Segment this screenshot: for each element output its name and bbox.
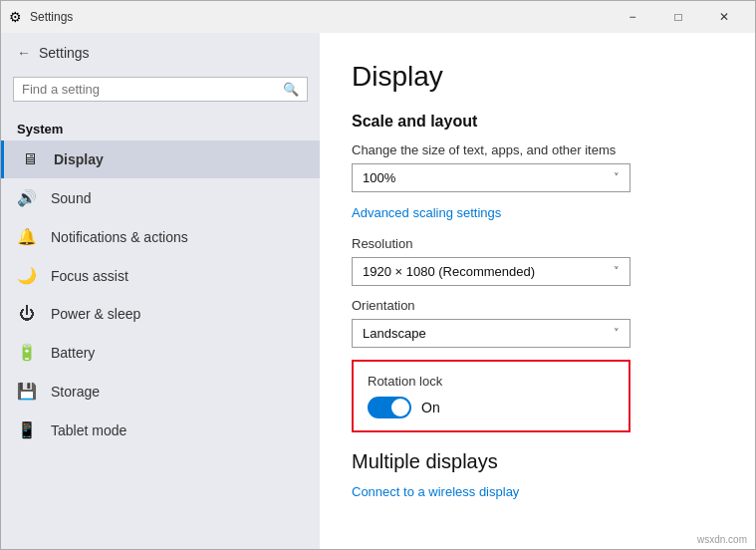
scale-dropdown-arrow: ˅: [614, 171, 620, 184]
scale-dropdown[interactable]: 100% ˅: [352, 163, 630, 192]
orientation-dropdown[interactable]: Landscape ˅: [352, 319, 630, 348]
sidebar-item-battery[interactable]: 🔋 Battery: [1, 333, 320, 372]
search-box[interactable]: 🔍: [13, 77, 308, 102]
sidebar-item-sound-label: Sound: [51, 190, 91, 206]
maximize-button[interactable]: □: [655, 1, 701, 33]
resolution-value: 1920 × 1080 (Recommended): [363, 264, 535, 279]
rotation-lock-toggle[interactable]: [368, 397, 411, 418]
titlebar: ⚙ Settings − □ ✕: [1, 1, 755, 33]
power-icon: ⏻: [17, 305, 37, 323]
settings-icon: ⚙: [9, 9, 22, 25]
sidebar-item-tablet[interactable]: 📱 Tablet mode: [1, 411, 320, 449]
advanced-scaling-link[interactable]: Advanced scaling settings: [352, 205, 501, 220]
close-button[interactable]: ✕: [701, 1, 747, 33]
back-arrow-icon: ←: [17, 45, 31, 61]
search-input[interactable]: [22, 82, 277, 97]
multiple-displays-title: Multiple displays: [352, 450, 723, 473]
resolution-dropdown-arrow: ˅: [614, 265, 620, 278]
orientation-dropdown-arrow: ˅: [614, 327, 620, 340]
sound-icon: 🔊: [17, 188, 37, 207]
titlebar-left: ⚙ Settings: [9, 9, 73, 25]
scale-section-title: Scale and layout: [352, 113, 723, 131]
resolution-label: Resolution: [352, 236, 723, 251]
toggle-knob: [391, 399, 409, 416]
sidebar-item-storage-label: Storage: [51, 384, 100, 400]
page-title: Display: [352, 61, 723, 93]
notifications-icon: 🔔: [17, 227, 37, 246]
search-icon: 🔍: [283, 82, 299, 97]
sidebar-item-focus-label: Focus assist: [51, 268, 128, 284]
rotation-lock-title: Rotation lock: [368, 374, 615, 389]
back-button[interactable]: ← Settings: [1, 33, 320, 73]
tablet-icon: 📱: [17, 420, 37, 439]
display-icon: 🖥: [20, 150, 40, 168]
watermark: wsxdn.com: [697, 534, 747, 545]
sidebar-item-power[interactable]: ⏻ Power & sleep: [1, 295, 320, 333]
wireless-display-link[interactable]: Connect to a wireless display: [352, 484, 519, 499]
battery-icon: 🔋: [17, 343, 37, 362]
storage-icon: 💾: [17, 382, 37, 401]
orientation-label: Orientation: [352, 298, 723, 313]
sidebar: ← Settings 🔍 System 🖥 Display 🔊 Sound 🔔 …: [1, 33, 320, 549]
sidebar-item-display[interactable]: 🖥 Display: [1, 140, 320, 178]
resolution-dropdown[interactable]: 1920 × 1080 (Recommended) ˅: [352, 257, 630, 286]
orientation-value: Landscape: [363, 326, 426, 341]
sidebar-item-display-label: Display: [54, 151, 104, 167]
scale-value: 100%: [363, 170, 395, 185]
sidebar-item-sound[interactable]: 🔊 Sound: [1, 178, 320, 217]
minimize-button[interactable]: −: [610, 1, 655, 33]
sidebar-item-storage[interactable]: 💾 Storage: [1, 372, 320, 411]
rotation-lock-box: Rotation lock On: [352, 360, 630, 432]
sidebar-item-notifications[interactable]: 🔔 Notifications & actions: [1, 217, 320, 256]
focus-icon: 🌙: [17, 266, 37, 285]
titlebar-title: Settings: [30, 10, 73, 24]
sidebar-item-focus[interactable]: 🌙 Focus assist: [1, 256, 320, 295]
titlebar-controls: − □ ✕: [610, 1, 747, 33]
scale-change-label: Change the size of text, apps, and other…: [352, 142, 723, 157]
sidebar-item-battery-label: Battery: [51, 345, 95, 361]
rotation-lock-toggle-label: On: [421, 400, 440, 415]
sidebar-section-label: System: [1, 114, 320, 140]
back-label: Settings: [39, 45, 90, 61]
app-content: ← Settings 🔍 System 🖥 Display 🔊 Sound 🔔 …: [1, 33, 755, 549]
sidebar-item-tablet-label: Tablet mode: [51, 422, 126, 438]
main-panel: Display Scale and layout Change the size…: [320, 33, 755, 549]
sidebar-item-notifications-label: Notifications & actions: [51, 229, 188, 245]
sidebar-item-power-label: Power & sleep: [51, 306, 140, 322]
rotation-lock-toggle-row: On: [368, 397, 615, 418]
